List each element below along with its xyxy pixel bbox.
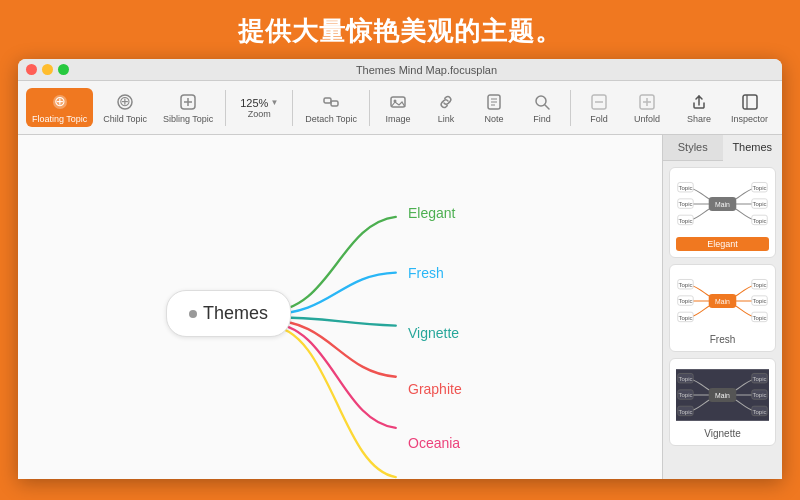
- svg-text:Topic: Topic: [753, 376, 767, 382]
- detach-topic-button[interactable]: Detach Topic: [299, 88, 363, 127]
- theme-card-vignette[interactable]: Main Topic Topic Topic Topic Topic: [669, 358, 776, 446]
- branch-vignette: Vignette: [408, 325, 459, 341]
- center-node[interactable]: Themes: [166, 290, 291, 337]
- unfold-label: Unfold: [634, 114, 660, 124]
- svg-rect-23: [743, 95, 757, 109]
- close-button[interactable]: [26, 64, 37, 75]
- zoom-control[interactable]: 125% ▼ Zoom: [232, 94, 286, 122]
- sibling-topic-button[interactable]: Sibling Topic: [157, 88, 219, 127]
- link-label: Link: [438, 114, 455, 124]
- theme-card-elegant[interactable]: Main Topic Topic Topic Topic: [669, 167, 776, 258]
- theme-card-vignette-inner: Main Topic Topic Topic Topic Topic: [670, 359, 775, 445]
- toolbar-separator-3: [369, 90, 370, 126]
- note-label: Note: [485, 114, 504, 124]
- svg-text:Main: Main: [715, 201, 730, 208]
- svg-text:Main: Main: [715, 392, 730, 399]
- svg-rect-7: [324, 98, 331, 103]
- svg-text:Topic: Topic: [753, 392, 767, 398]
- image-label: Image: [386, 114, 411, 124]
- page-header: 提供大量惊艳美观的主题。: [0, 0, 800, 59]
- svg-text:Topic: Topic: [678, 409, 692, 415]
- floating-topic-icon: ⊕: [49, 91, 71, 113]
- toolbar-separator-1: [225, 90, 226, 126]
- fold-button[interactable]: Fold: [577, 88, 621, 127]
- zoom-value: 125% ▼: [240, 97, 278, 109]
- branch-fresh: Fresh: [408, 265, 444, 281]
- image-icon: [387, 91, 409, 113]
- panel-content: Main Topic Topic Topic Topic: [663, 161, 782, 479]
- toolbar: ⊕ Floating Topic ⊕ Child Topic Sibling T…: [18, 81, 782, 135]
- svg-text:Topic: Topic: [678, 315, 692, 321]
- node-dot: [189, 310, 197, 318]
- app-window: Themes Mind Map.focusplan ⊕ Floating Top…: [18, 59, 782, 479]
- share-label: Share: [687, 114, 711, 124]
- svg-text:Topic: Topic: [753, 315, 767, 321]
- inspector-button[interactable]: Inspector: [725, 88, 774, 127]
- link-button[interactable]: Link: [424, 88, 468, 127]
- svg-text:Topic: Topic: [753, 282, 767, 288]
- child-topic-label: Child Topic: [103, 114, 147, 124]
- svg-text:Topic: Topic: [678, 185, 692, 191]
- title-bar: Themes Mind Map.focusplan: [18, 59, 782, 81]
- zoom-label: Zoom: [248, 109, 271, 119]
- unfold-button[interactable]: Unfold: [625, 88, 669, 127]
- right-panel: Styles Themes: [662, 135, 782, 479]
- svg-line-17: [545, 105, 549, 109]
- inspector-label: Inspector: [731, 114, 768, 124]
- floating-topic-label: Floating Topic: [32, 114, 87, 124]
- note-icon: [483, 91, 505, 113]
- svg-text:⊕: ⊕: [54, 93, 66, 109]
- inspector-icon: [739, 91, 761, 113]
- share-button[interactable]: Share: [677, 88, 721, 127]
- sibling-topic-label: Sibling Topic: [163, 114, 213, 124]
- tab-styles[interactable]: Styles: [663, 135, 723, 160]
- detach-topic-label: Detach Topic: [305, 114, 357, 124]
- theme-card-elegant-inner: Main Topic Topic Topic Topic: [670, 168, 775, 257]
- svg-text:Topic: Topic: [678, 392, 692, 398]
- child-topic-button[interactable]: ⊕ Child Topic: [97, 88, 153, 127]
- theme-preview-fresh: Main Topic Topic Topic Topic Topic: [676, 271, 769, 331]
- find-label: Find: [533, 114, 551, 124]
- theme-elegant-badge: Elegant: [676, 237, 769, 251]
- svg-text:Topic: Topic: [753, 218, 767, 224]
- note-button[interactable]: Note: [472, 88, 516, 127]
- svg-rect-8: [331, 101, 338, 106]
- panel-tabs: Styles Themes: [663, 135, 782, 161]
- tab-themes[interactable]: Themes: [723, 135, 783, 161]
- traffic-lights: [26, 64, 69, 75]
- fold-label: Fold: [590, 114, 608, 124]
- detach-topic-icon: [320, 91, 342, 113]
- branch-elegant: Elegant: [408, 205, 455, 221]
- svg-rect-10: [391, 97, 405, 107]
- sibling-topic-icon: [177, 91, 199, 113]
- window-title: Themes Mind Map.focusplan: [79, 64, 774, 76]
- toolbar-separator-2: [292, 90, 293, 126]
- toolbar-separator-4: [570, 90, 571, 126]
- theme-preview-vignette: Main Topic Topic Topic Topic Topic: [676, 365, 769, 425]
- mindmap-svg: [18, 135, 662, 479]
- svg-text:Topic: Topic: [753, 201, 767, 207]
- image-button[interactable]: Image: [376, 88, 420, 127]
- center-node-label: Themes: [203, 303, 268, 324]
- svg-text:Topic: Topic: [753, 298, 767, 304]
- theme-fresh-name: Fresh: [676, 334, 769, 345]
- canvas[interactable]: Themes Elegant Fresh Vignette Graphite O…: [18, 135, 662, 479]
- svg-text:⊕: ⊕: [119, 93, 131, 109]
- child-topic-icon: ⊕: [114, 91, 136, 113]
- share-icon: [688, 91, 710, 113]
- svg-text:Topic: Topic: [753, 409, 767, 415]
- main-area: Themes Elegant Fresh Vignette Graphite O…: [18, 135, 782, 479]
- branch-graphite: Graphite: [408, 381, 462, 397]
- branch-oceania: Oceania: [408, 435, 460, 451]
- minimize-button[interactable]: [42, 64, 53, 75]
- unfold-icon: [636, 91, 658, 113]
- maximize-button[interactable]: [58, 64, 69, 75]
- svg-text:Main: Main: [715, 298, 730, 305]
- find-icon: [531, 91, 553, 113]
- svg-text:Topic: Topic: [678, 298, 692, 304]
- find-button[interactable]: Find: [520, 88, 564, 127]
- svg-text:Topic: Topic: [678, 376, 692, 382]
- floating-topic-button[interactable]: ⊕ Floating Topic: [26, 88, 93, 127]
- theme-card-fresh[interactable]: Main Topic Topic Topic Topic Topic: [669, 264, 776, 352]
- fold-icon: [588, 91, 610, 113]
